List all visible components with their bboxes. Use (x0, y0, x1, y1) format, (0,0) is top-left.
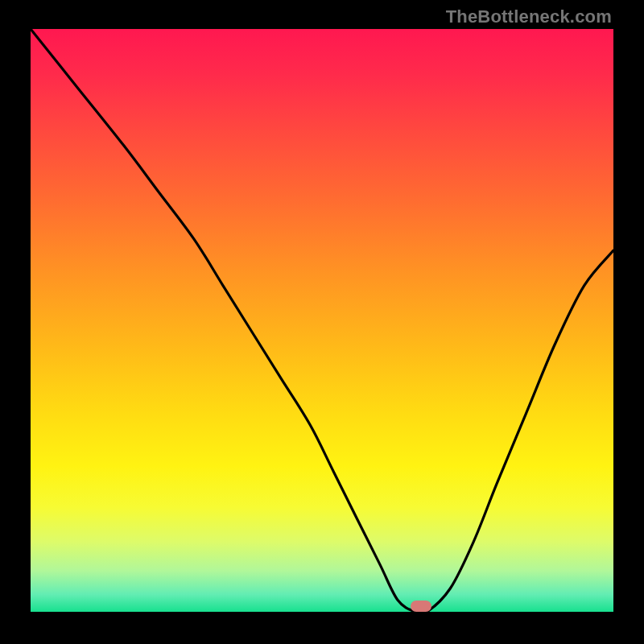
plot-area (31, 29, 613, 612)
chart-canvas: TheBottleneck.com (0, 0, 644, 644)
bottleneck-curve (31, 29, 613, 612)
optimal-point-marker (411, 601, 431, 612)
watermark-text: TheBottleneck.com (446, 6, 612, 27)
